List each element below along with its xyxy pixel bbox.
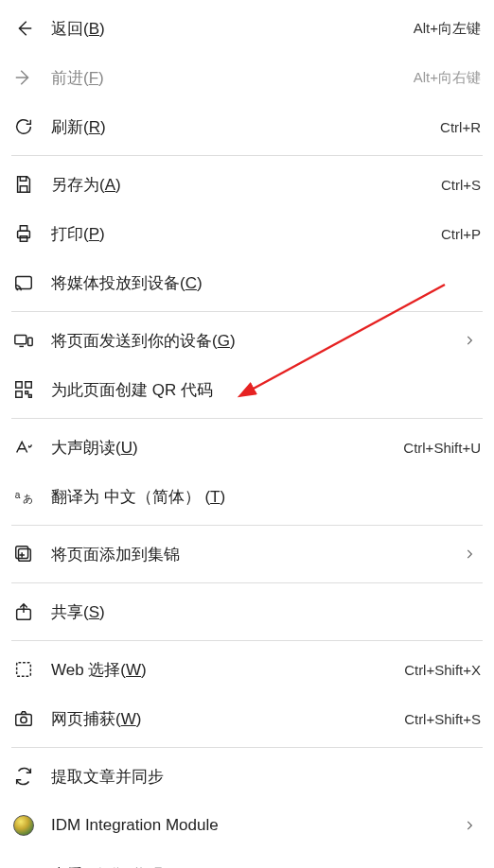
svg-rect-18	[16, 714, 32, 725]
svg-rect-2	[20, 226, 26, 232]
svg-rect-11	[29, 395, 32, 398]
menu-item-label: 前进(F)	[51, 67, 406, 89]
menu-item-shortcut: Ctrl+Shift+S	[404, 711, 481, 727]
svg-rect-8	[26, 382, 31, 388]
menu-item-label: 另存为(A)	[51, 174, 433, 196]
webselect-icon	[13, 659, 51, 680]
menu-item-label: IDM Integration Module	[51, 816, 458, 835]
qr-icon	[13, 379, 51, 400]
menu-divider	[11, 155, 483, 156]
menu-item-label: 为此页面创建 QR 代码	[51, 379, 481, 401]
menu-item-idm[interactable]: IDM Integration Module	[0, 801, 494, 850]
menu-item-cast[interactable]: 将媒体投放到设备(C)	[0, 258, 494, 307]
read-icon	[13, 437, 51, 458]
menu-item-label: 大声朗读(U)	[51, 437, 396, 459]
svg-rect-17	[17, 663, 31, 677]
menu-item-qrcode[interactable]: 为此页面创建 QR 代码	[0, 365, 494, 414]
arrow-right-icon	[13, 67, 51, 88]
menu-divider	[11, 640, 483, 641]
refresh-icon	[13, 116, 51, 137]
chevron-right-icon	[458, 819, 481, 832]
menu-item-label: 返回(B)	[51, 18, 406, 40]
svg-rect-10	[26, 391, 28, 394]
menu-item-shortcut: Ctrl+R	[440, 119, 481, 135]
menu-item-shortcut: Alt+向左键	[414, 20, 481, 38]
svg-rect-5	[15, 336, 26, 344]
menu-item-label: Web 选择(W)	[51, 659, 397, 681]
menu-item-webselect[interactable]: Web 选择(W)Ctrl+Shift+X	[0, 645, 494, 694]
menu-item-label: 将页面添加到集锦	[51, 544, 458, 565]
menu-divider	[11, 311, 483, 312]
menu-item-label: 翻译为 中文（简体） (T)	[51, 486, 481, 508]
devices-icon	[13, 330, 51, 351]
menu-item-shortcut: Ctrl+Shift+U	[403, 440, 481, 456]
menu-item-capture[interactable]: 网页捕获(W)Ctrl+Shift+S	[0, 694, 494, 743]
svg-text:a: a	[15, 490, 21, 500]
menu-divider	[11, 525, 483, 526]
menu-item-label: 将页面发送到你的设备(G)	[51, 330, 458, 352]
menu-item-label: 将媒体投放到设备(C)	[51, 272, 481, 294]
svg-rect-3	[20, 236, 26, 242]
capture-icon	[13, 708, 51, 729]
menu-item-senddevice[interactable]: 将页面发送到你的设备(G)	[0, 316, 494, 365]
svg-point-19	[21, 717, 26, 722]
idm-icon	[13, 815, 51, 836]
svg-rect-4	[16, 277, 32, 289]
menu-item-label: 查看页面源代码(V)	[51, 864, 432, 869]
menu-item-label: 打印(P)	[51, 223, 433, 245]
menu-item-saveas[interactable]: 另存为(A)Ctrl+S	[0, 160, 494, 209]
svg-rect-9	[16, 391, 22, 397]
menu-item-print[interactable]: 打印(P)Ctrl+P	[0, 209, 494, 258]
menu-item-viewsource[interactable]: 查看页面源代码(V)Ctrl+U	[0, 850, 494, 868]
cast-icon	[13, 272, 51, 293]
save-icon	[13, 174, 51, 195]
menu-item-shortcut: Ctrl+S	[441, 177, 481, 193]
menu-divider	[11, 747, 483, 748]
menu-item-readaloud[interactable]: 大声朗读(U)Ctrl+Shift+U	[0, 423, 494, 472]
svg-rect-6	[28, 338, 33, 345]
context-menu: 苏生不惑 返回(B)Alt+向左键前进(F)Alt+向右键刷新(R)Ctrl+R…	[0, 0, 494, 868]
share-icon	[13, 601, 51, 622]
menu-item-shortcut: Ctrl+Shift+X	[404, 662, 481, 678]
menu-item-forward: 前进(F)Alt+向右键	[0, 53, 494, 102]
svg-text:あ: あ	[23, 493, 33, 504]
chevron-right-icon	[458, 334, 481, 347]
menu-item-shortcut: Ctrl+P	[441, 226, 481, 242]
menu-item-share[interactable]: 共享(S)	[0, 587, 494, 636]
menu-item-label: 网页捕获(W)	[51, 708, 397, 730]
menu-item-label: 提取文章并同步	[51, 766, 481, 788]
translate-icon: aあ	[13, 486, 51, 507]
chevron-right-icon	[458, 547, 481, 561]
menu-divider	[11, 582, 483, 583]
menu-item-collections[interactable]: 将页面添加到集锦	[0, 529, 494, 579]
menu-item-translate[interactable]: aあ翻译为 中文（简体） (T)	[0, 472, 494, 521]
print-icon	[13, 223, 51, 244]
menu-item-label: 共享(S)	[51, 601, 481, 623]
menu-item-label: 刷新(R)	[51, 116, 432, 138]
menu-item-shortcut: Alt+向右键	[414, 69, 481, 87]
menu-item-back[interactable]: 返回(B)Alt+向左键	[0, 4, 494, 53]
menu-item-refresh[interactable]: 刷新(R)Ctrl+R	[0, 102, 494, 151]
menu-divider	[11, 418, 483, 419]
svg-rect-7	[16, 382, 22, 388]
sync-icon	[13, 766, 51, 787]
arrow-left-icon	[13, 18, 51, 39]
menu-item-extract[interactable]: 提取文章并同步	[0, 752, 494, 801]
collections-icon	[13, 544, 51, 564]
